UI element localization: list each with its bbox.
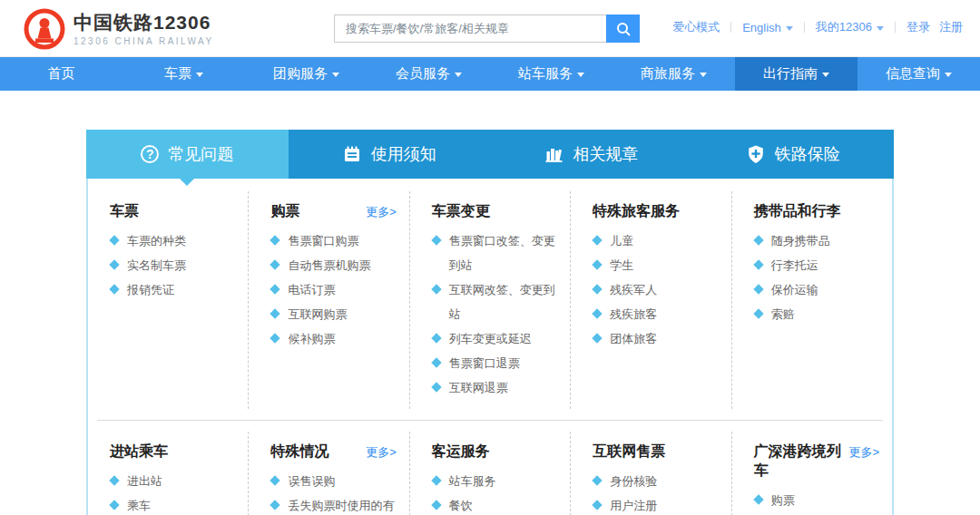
guide-link[interactable]: 儿童 (593, 228, 720, 253)
guide-link[interactable]: 团体旅客 (593, 326, 720, 351)
nav-item-member-services[interactable]: 会员服务 (368, 57, 490, 91)
group-passenger-services: 客运服务 站车服务 餐饮 (410, 432, 571, 515)
language-label: English (742, 21, 781, 34)
nav-item-station-services[interactable]: 站车服务 (490, 57, 612, 91)
chevron-down-icon (877, 26, 884, 31)
guide-link[interactable]: 车票的种类 (110, 228, 237, 253)
main-nav: 首页 车票 团购服务 会员服务 站车服务 商旅服务 出行指南 信息查询 (0, 57, 980, 91)
guide-link[interactable]: 残疾军人 (593, 277, 720, 302)
group-special-situations: 特殊情况 更多> 误售误购 丢失购票时使用的有效身份证件 途中生病 人身伤害 遗… (249, 432, 409, 515)
guide-link[interactable]: 购票 (754, 488, 881, 512)
nav-item-info-query[interactable]: 信息查询 (858, 57, 980, 91)
nav-label: 团购服务 (273, 65, 328, 83)
logo-text: 中国铁路12306 12306 CHINA RAILWAY (74, 12, 214, 45)
guide-link[interactable]: 进出站 (110, 469, 237, 493)
guide-link[interactable]: 误售误购 (270, 469, 397, 493)
guide-link[interactable]: 随身携带品 (754, 228, 881, 253)
guide-link[interactable]: 售票窗口改签、变更到站 (432, 228, 559, 277)
group-title: 客运服务 (432, 442, 490, 462)
top-header: 中国铁路12306 12306 CHINA RAILWAY 爱心模式 Engli… (0, 0, 980, 57)
guide-link[interactable]: 行李托运 (754, 253, 881, 277)
chevron-down-icon (196, 73, 203, 77)
more-link[interactable]: 更多> (366, 204, 397, 220)
guide-link[interactable]: 售票窗口退票 (432, 351, 559, 375)
guide-link[interactable]: 互联网退票 (432, 375, 559, 400)
china-railway-logo-icon (24, 8, 65, 50)
login-link[interactable]: 登录 (906, 19, 930, 35)
nav-item-home[interactable]: 首页 (0, 57, 122, 91)
guide-link[interactable]: 实名制车票 (110, 253, 237, 277)
guide-link[interactable]: 索赔 (754, 302, 881, 326)
tab-usage-notice[interactable]: 使用须知 (289, 130, 491, 179)
chevron-down-icon (700, 73, 707, 77)
my-12306-menu[interactable]: 我的12306 (816, 19, 884, 35)
chevron-down-icon (786, 26, 793, 31)
login-label: 登录 (906, 19, 930, 35)
search-button[interactable] (606, 15, 640, 43)
guide-link[interactable]: 售票窗口购票 (270, 228, 397, 253)
search-input[interactable] (334, 15, 606, 43)
guide-row-2: 进站乘车 进出站 乘车 特殊情况 更多> 误售误购 丢失购票时使用的有效身份证件… (88, 432, 892, 515)
search-icon (615, 21, 632, 37)
guide-link[interactable]: 乘车 (110, 493, 237, 515)
group-title: 互联网售票 (593, 442, 665, 462)
guide-link[interactable]: 保价运输 (754, 277, 881, 302)
guide-tabs: ? 常见问题 使用须知 相关规章 (86, 130, 894, 179)
travel-guide-panel: ? 常见问题 使用须知 相关规章 (86, 130, 894, 515)
guide-link[interactable]: 用户注册 (593, 493, 720, 515)
tab-label: 使用须知 (371, 143, 436, 165)
header-links: 爱心模式 English 我的12306 登录 注册 (668, 19, 967, 35)
group-title: 车票 (110, 202, 139, 221)
search-bar (334, 15, 640, 43)
guide-link[interactable]: 列车变更或延迟 (432, 326, 559, 351)
guide-link[interactable]: 自动售票机购票 (270, 253, 397, 277)
guide-link[interactable]: 候补购票 (270, 326, 397, 351)
site-logo[interactable]: 中国铁路12306 12306 CHINA RAILWAY (24, 8, 214, 50)
guide-link[interactable]: 残疾旅客 (593, 302, 720, 326)
guide-link[interactable]: 身份核验 (593, 469, 720, 493)
guide-link[interactable]: 站车服务 (432, 469, 559, 493)
group-station-boarding: 进站乘车 进出站 乘车 (88, 432, 249, 515)
love-mode-link[interactable]: 爱心模式 (672, 19, 720, 35)
guide-link[interactable]: 餐饮 (432, 493, 559, 515)
row-divider (97, 420, 883, 421)
group-internet-ticketing: 互联网售票 身份核验 用户注册 购票 在线支付 (571, 432, 731, 515)
nav-item-travel-guide[interactable]: 出行指南 (735, 57, 858, 91)
group-luggage: 携带品和行李 随身携带品 行李托运 保价运输 索赔 (732, 191, 892, 409)
divider (730, 22, 731, 33)
site-title: 中国铁路12306 (74, 12, 214, 34)
guide-link[interactable]: 学生 (593, 253, 720, 277)
group-title: 特殊旅客服务 (593, 202, 680, 221)
chevron-down-icon (945, 73, 952, 77)
tab-railway-insurance[interactable]: 铁路保险 (692, 130, 895, 179)
register-link[interactable]: 注册 (939, 19, 963, 35)
more-link[interactable]: 更多> (366, 444, 397, 461)
guide-row-1: 车票 车票的种类 实名制车票 报销凭证 购票 更多> 售票窗口购票 自动售票机购… (88, 191, 892, 409)
guide-link[interactable]: 报销凭证 (110, 277, 237, 302)
group-title: 购票 (270, 202, 299, 221)
nav-item-business-travel[interactable]: 商旅服务 (612, 57, 735, 91)
chevron-down-icon (577, 73, 584, 77)
guide-link[interactable]: 丢失购票时使用的有效身份证件 (270, 493, 397, 515)
question-circle-icon: ? (141, 145, 159, 163)
love-mode-label: 爱心模式 (672, 19, 720, 35)
divider (804, 22, 805, 33)
more-link[interactable]: 更多> (848, 444, 879, 461)
tab-related-regulations[interactable]: 相关规章 (490, 130, 692, 179)
tab-common-questions[interactable]: ? 常见问题 (86, 130, 289, 179)
group-ticket-changes: 车票变更 售票窗口改签、变更到站 互联网改签、变更到站 列车变更或延迟 售票窗口… (410, 191, 571, 409)
nav-item-group-services[interactable]: 团购服务 (245, 57, 368, 91)
tab-label: 铁路保险 (775, 143, 840, 165)
guide-link[interactable]: 互联网改签、变更到站 (432, 277, 559, 326)
chevron-down-icon (455, 73, 462, 77)
nav-label: 商旅服务 (641, 65, 695, 83)
language-select[interactable]: English (742, 21, 793, 34)
notepad-icon (342, 144, 362, 164)
group-ticket-purchase: 购票 更多> 售票窗口购票 自动售票机购票 电话订票 互联网购票 候补购票 (249, 191, 409, 409)
nav-item-tickets[interactable]: 车票 (122, 57, 245, 91)
nav-label: 出行指南 (763, 65, 818, 83)
shield-plus-icon (746, 144, 766, 164)
guide-link[interactable]: 电话订票 (270, 277, 397, 302)
nav-label: 站车服务 (518, 65, 573, 83)
guide-link[interactable]: 互联网购票 (270, 302, 397, 326)
